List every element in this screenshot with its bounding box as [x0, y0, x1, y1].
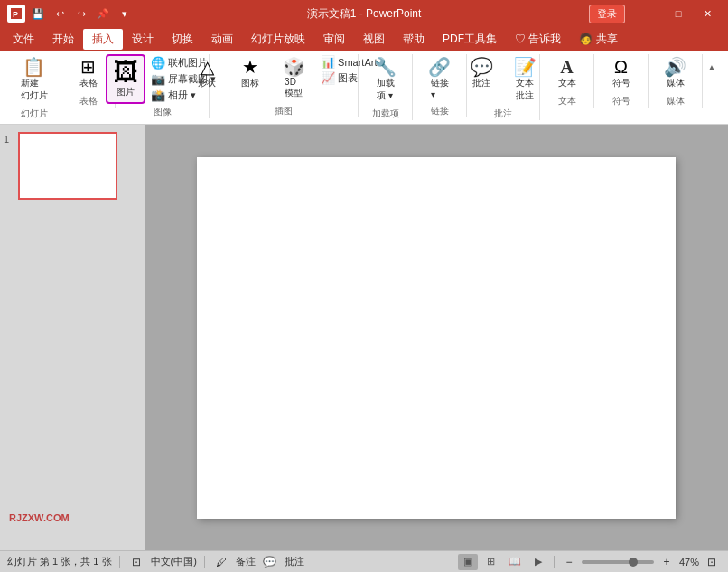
slide-thumbnail-image-1[interactable]: [18, 132, 117, 200]
menu-home[interactable]: 开始: [43, 29, 83, 50]
ribbon-group-text: A 文本 文本: [540, 54, 594, 108]
main-area: 1 RJZXW.COM: [0, 125, 728, 550]
comment-button[interactable]: 💬 批注: [462, 54, 501, 93]
ribbon-group-media-label: 媒体: [667, 95, 685, 108]
close-button[interactable]: ✕: [694, 5, 721, 23]
redo-button[interactable]: ↪: [72, 5, 90, 23]
status-left: 幻灯片 第 1 张，共 1 张 ⊡ 中文(中国) 🖊 备注 💬 批注: [7, 554, 451, 570]
menu-insert[interactable]: 插入: [83, 29, 123, 50]
ribbon-group-image-label: 图像: [154, 106, 172, 118]
ribbon-collapse-button[interactable]: ▲: [703, 58, 721, 76]
ribbon-group-comments: 💬 批注 📝 文本批注 批注: [467, 54, 540, 120]
text-button[interactable]: A 文本: [547, 54, 587, 93]
slide-sorter-button[interactable]: ⊞: [481, 554, 501, 570]
comments-icon: 💬: [261, 554, 279, 570]
text-comment-button[interactable]: 📝 文本批注: [505, 54, 545, 106]
menu-review[interactable]: 审阅: [314, 29, 354, 50]
slideshow-button[interactable]: ▶: [528, 554, 548, 570]
ribbon-group-comments-label: 批注: [494, 108, 512, 120]
customize-button[interactable]: 📌: [94, 5, 112, 23]
zoom-in-button[interactable]: +: [658, 554, 676, 570]
picture-button[interactable]: 🖼 图片: [106, 54, 145, 104]
menu-bar: 文件 开始 插入 设计 切换 动画 幻灯片放映 审阅 视图 帮助 PDF工具集 …: [0, 27, 728, 51]
reading-view-button[interactable]: 📖: [505, 554, 525, 570]
media-icon: 🔊: [664, 58, 686, 76]
app-icon: P: [7, 5, 25, 23]
title-bar: P 💾 ↩ ↪ 📌 ▾ 演示文稿1 - PowerPoint 登录 ─ □ ✕: [0, 0, 728, 27]
chart-icon: 📈: [321, 71, 335, 85]
slide-thumbnail-1[interactable]: 1: [4, 132, 141, 200]
zoom-level[interactable]: 47%: [679, 557, 699, 567]
online-picture-icon: 🌐: [151, 56, 165, 70]
maximize-button[interactable]: □: [665, 5, 692, 23]
menu-view[interactable]: 视图: [354, 29, 394, 50]
normal-view-button[interactable]: ▣: [458, 554, 478, 570]
table-button[interactable]: ⊞ 表格: [69, 54, 108, 93]
canvas-area: [145, 125, 728, 550]
zoom-out-button[interactable]: −: [560, 554, 578, 570]
3d-model-button[interactable]: 🎲 3D模型: [274, 54, 313, 103]
addins-button[interactable]: 🔧 加载项 ▾: [366, 54, 406, 106]
ribbon-group-text-label: 文本: [558, 95, 576, 108]
smartart-icon: 📊: [321, 55, 335, 69]
icons-icon: ★: [242, 58, 258, 76]
ribbon-group-symbols-label: 符号: [612, 95, 630, 108]
screenshot-icon: 📷: [151, 72, 165, 86]
window-controls: ─ □ ✕: [636, 5, 721, 23]
link-button[interactable]: 🔗 链接▾: [420, 54, 460, 103]
comments-label[interactable]: 批注: [285, 555, 304, 568]
save-button[interactable]: 💾: [29, 5, 47, 23]
addins-icon: 🔧: [374, 58, 397, 76]
shapes-button[interactable]: △ 形状: [187, 54, 227, 93]
table-icon: ⊞: [80, 58, 96, 76]
zoom-slider[interactable]: [582, 560, 654, 564]
ribbon-group-links: 🔗 链接▾ 链接: [413, 54, 467, 117]
ribbon: 📋 新建幻灯片 幻灯片 ⊞ 表格 表格 🖼 图片: [0, 51, 728, 125]
3d-model-icon: 🎲: [283, 58, 305, 76]
menu-animations[interactable]: 动画: [202, 29, 242, 50]
login-button[interactable]: 登录: [589, 5, 625, 23]
fit-window-button[interactable]: ⊡: [703, 554, 721, 570]
link-icon: 🔗: [428, 58, 451, 76]
symbol-button[interactable]: Ω 符号: [602, 54, 641, 93]
menu-tell[interactable]: ♡ 告诉我: [506, 29, 570, 50]
symbol-icon: Ω: [614, 58, 628, 76]
status-right: ▣ ⊞ 📖 ▶ − + 47% ⊡: [458, 554, 721, 570]
ribbon-group-addins: 🔧 加载项 ▾ 加载项: [359, 54, 413, 120]
slide-panel: 1: [0, 125, 145, 550]
fit-slide-button[interactable]: ⊡: [127, 554, 145, 570]
ribbon-group-slides: 📋 新建幻灯片 幻灯片: [7, 54, 61, 120]
menu-file[interactable]: 文件: [4, 29, 43, 50]
title-bar-left: P 💾 ↩ ↪ 📌 ▾: [7, 5, 134, 23]
undo-button[interactable]: ↩: [51, 5, 69, 23]
ribbon-group-table-label: 表格: [79, 95, 98, 108]
window-title: 演示文稿1 - PowerPoint: [307, 6, 422, 22]
slide-number-1: 1: [4, 132, 14, 145]
slide-canvas[interactable]: [197, 157, 676, 519]
menu-slideshow[interactable]: 幻灯片放映: [242, 29, 314, 50]
more-button[interactable]: ▾: [116, 5, 134, 23]
menu-transitions[interactable]: 切换: [163, 29, 202, 50]
menu-design[interactable]: 设计: [123, 29, 163, 50]
zoom-thumb: [629, 558, 638, 567]
album-icon: 📸: [151, 89, 165, 102]
ribbon-group-addins-label: 加载项: [372, 108, 399, 120]
status-bar: 幻灯片 第 1 张，共 1 张 ⊡ 中文(中国) 🖊 备注 💬 批注 ▣ ⊞ 📖…: [0, 550, 728, 572]
comment-icon: 💬: [471, 58, 493, 76]
notes-label[interactable]: 备注: [236, 555, 256, 568]
minimize-button[interactable]: ─: [636, 5, 663, 23]
new-slide-icon: 📋: [23, 58, 45, 76]
ribbon-group-illustration: △ 形状 ★ 图标 🎲 3D模型 📊 SmartArt: [210, 54, 359, 117]
menu-share[interactable]: 🧑 共享: [570, 29, 626, 50]
svg-text:P: P: [13, 10, 18, 19]
menu-help[interactable]: 帮助: [394, 29, 434, 50]
media-button[interactable]: 🔊 媒体: [656, 54, 695, 93]
icons-button[interactable]: ★ 图标: [230, 54, 270, 93]
menu-pdf[interactable]: PDF工具集: [434, 29, 506, 50]
shapes-icon: △: [201, 58, 214, 76]
new-slide-button[interactable]: 📋 新建幻灯片: [14, 54, 54, 106]
ribbon-group-symbols: Ω 符号 符号: [594, 54, 649, 108]
ribbon-group-links-label: 链接: [431, 105, 449, 117]
language: 中文(中国): [151, 555, 197, 568]
watermark: RJZXW.COM: [9, 512, 70, 523]
